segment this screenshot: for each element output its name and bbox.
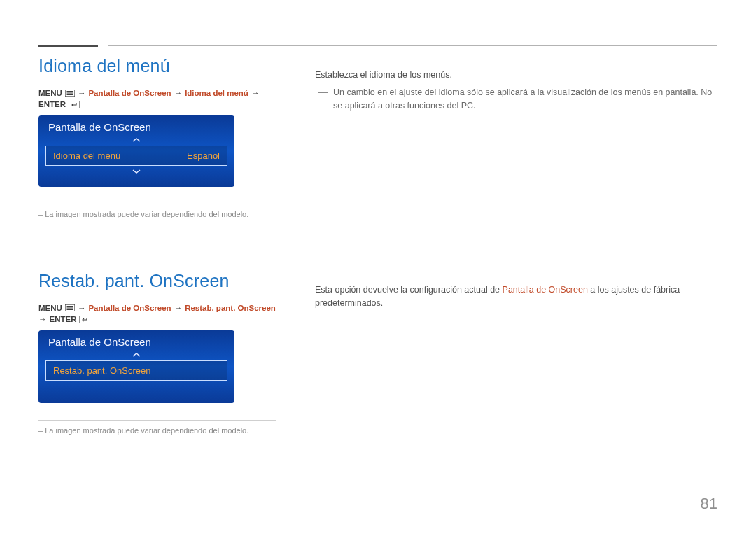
section-restab-right: Esta opción devuelve la configuración ac… xyxy=(315,271,718,314)
breadcrumb-arrow: → xyxy=(38,315,47,323)
page-body: Idioma del menú MENU → Pantalla de OnScr… xyxy=(0,0,756,456)
breadcrumb-pantalla: Pantalla de OnScreen xyxy=(88,304,171,312)
osd-preview-restab: Pantalla de OnScreen Restab. pant. OnScr… xyxy=(38,330,234,403)
footnote-restab: La imagen mostrada puede variar dependie… xyxy=(38,426,276,435)
section-idioma: Idioma del menú MENU → Pantalla de OnScr… xyxy=(38,56,718,218)
osd-item-value: Español xyxy=(187,150,220,161)
breadcrumb-enter-word: ENTER xyxy=(50,315,77,323)
breadcrumb-item: Idioma del menú xyxy=(185,89,248,97)
header-rule-long xyxy=(108,45,718,46)
note-dash-icon xyxy=(318,92,328,93)
breadcrumb-menu-word: MENU xyxy=(38,304,62,312)
heading-idioma: Idioma del menú xyxy=(38,56,276,76)
breadcrumb-pantalla: Pantalla de OnScreen xyxy=(88,89,171,97)
enter-icon xyxy=(69,101,80,108)
breadcrumb-enter-word: ENTER xyxy=(38,100,66,108)
menu-icon xyxy=(65,304,75,311)
caret-up-icon xyxy=(46,349,227,360)
caret-up-icon xyxy=(46,134,227,146)
osd-bottom-pad xyxy=(46,381,227,393)
breadcrumb-arrow: → xyxy=(78,89,86,97)
breadcrumb-arrow: → xyxy=(174,304,183,312)
osd-title: Pantalla de OnScreen xyxy=(46,336,227,348)
breadcrumb-item: Restab. pant. OnScreen xyxy=(185,304,276,312)
caret-down-icon xyxy=(46,166,227,177)
osd-item-restab: Restab. pant. OnScreen xyxy=(46,360,227,381)
osd-preview-idioma: Pantalla de OnScreen Idioma del menú Esp… xyxy=(38,115,234,187)
heading-restab: Restab. pant. OnScreen xyxy=(38,271,276,291)
page-number: 81 xyxy=(701,495,718,513)
breadcrumb-arrow: → xyxy=(174,89,183,97)
breadcrumb-arrow: → xyxy=(78,304,86,312)
desc-restab-link: Pantalla de OnScreen xyxy=(503,285,588,295)
section-idioma-left: Idioma del menú MENU → Pantalla de OnScr… xyxy=(38,56,276,218)
desc-restab-pre: Esta opción devuelve la configuración ac… xyxy=(315,285,503,295)
breadcrumb-idioma: MENU → Pantalla de OnScreen → Idioma del… xyxy=(38,89,276,108)
breadcrumb-arrow: → xyxy=(251,89,260,97)
header-rule-short xyxy=(38,45,98,47)
breadcrumb-restab: MENU → Pantalla de OnScreen → Restab. pa… xyxy=(38,304,276,323)
section-restab: Restab. pant. OnScreen MENU → Pantalla d… xyxy=(38,271,718,435)
desc-idioma-note: Un cambio en el ajuste del idioma sólo s… xyxy=(315,86,718,113)
osd-item-label: Restab. pant. OnScreen xyxy=(53,365,150,376)
osd-item-label: Idioma del menú xyxy=(53,150,120,161)
divider xyxy=(38,204,276,204)
breadcrumb-menu-word: MENU xyxy=(38,89,62,97)
footnote-idioma: La imagen mostrada puede variar dependie… xyxy=(38,210,276,218)
desc-restab: Esta opción devuelve la configuración ac… xyxy=(315,283,718,310)
section-idioma-right: Establezca el idioma de los menús. Un ca… xyxy=(315,56,718,112)
osd-title: Pantalla de OnScreen xyxy=(46,121,227,133)
osd-item-idioma: Idioma del menú Español xyxy=(46,146,227,166)
menu-icon xyxy=(65,90,75,97)
desc-idioma-note-text: Un cambio en el ajuste del idioma sólo s… xyxy=(333,87,712,111)
section-restab-left: Restab. pant. OnScreen MENU → Pantalla d… xyxy=(38,271,276,435)
desc-idioma-main: Establezca el idioma de los menús. xyxy=(315,69,718,82)
enter-icon xyxy=(79,316,90,323)
divider xyxy=(38,420,276,421)
